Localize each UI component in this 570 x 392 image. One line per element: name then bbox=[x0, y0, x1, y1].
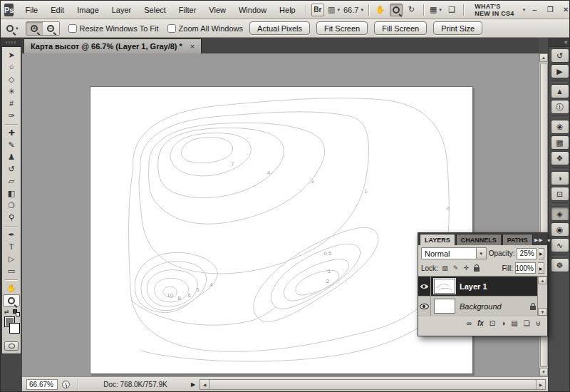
marquee-tool-button[interactable]: ○ bbox=[3, 61, 20, 73]
visibility-cell[interactable] bbox=[418, 296, 431, 316]
path-selection-tool-button[interactable]: ▷ bbox=[3, 253, 20, 265]
quick-mask-button[interactable] bbox=[4, 341, 19, 351]
hand-tool-button[interactable]: ✋ bbox=[374, 4, 387, 16]
layer-thumbnail[interactable] bbox=[434, 299, 455, 314]
layer-row-layer-1[interactable]: Layer 1 bbox=[418, 277, 547, 296]
toolbox-header[interactable] bbox=[1, 38, 22, 47]
scroll-up-icon[interactable]: ▲ bbox=[538, 277, 547, 284]
zoom-in-button[interactable]: + bbox=[26, 22, 43, 35]
restore-button[interactable]: ❐ bbox=[545, 6, 555, 14]
menu-window[interactable]: Window bbox=[232, 1, 273, 19]
blur-tool-button[interactable]: ❍ bbox=[3, 200, 20, 212]
menu-layer[interactable]: Layer bbox=[105, 1, 138, 19]
dock-histogram-panel-button[interactable]: ▲ bbox=[551, 84, 569, 98]
layer-style-icon[interactable]: fx bbox=[477, 320, 484, 327]
tab-paths[interactable]: PATHS bbox=[502, 234, 533, 245]
clone-stamp-tool-button[interactable]: ♟ bbox=[3, 151, 20, 163]
tab-overflow-icon[interactable]: ▶▶ bbox=[534, 237, 546, 245]
arrange-documents-button[interactable]: ▦▾ bbox=[429, 4, 443, 16]
fit-screen-button[interactable]: Fit Screen bbox=[316, 21, 368, 35]
menu-image[interactable]: Image bbox=[71, 1, 105, 19]
dock-history-panel-button[interactable]: ↺ bbox=[551, 48, 569, 63]
new-group-icon[interactable]: ▤ bbox=[511, 320, 517, 327]
lock-all-button[interactable] bbox=[472, 264, 482, 273]
document-tab[interactable]: Карта высот @ 66.7% (Layer 1, Gray/8) * … bbox=[24, 38, 202, 53]
dock-actions-panel-button[interactable]: ▶ bbox=[551, 64, 569, 78]
crop-tool-button[interactable]: # bbox=[3, 98, 20, 110]
document-canvas[interactable]: 74210-0.5-1-2456810 bbox=[90, 86, 473, 374]
screen-mode-button[interactable]: ❑ bbox=[445, 4, 458, 16]
minimize-button[interactable]: – bbox=[529, 6, 539, 14]
layer-name[interactable]: Layer 1 bbox=[460, 282, 487, 291]
dock-styles-panel-button[interactable]: ❖ bbox=[551, 151, 569, 165]
delete-layer-icon[interactable]: ⊎ bbox=[536, 320, 541, 327]
new-layer-icon[interactable]: ❏ bbox=[524, 320, 530, 327]
eraser-tool-button[interactable]: ▱ bbox=[3, 175, 20, 187]
layers-scrollbar[interactable]: ▲ ▼ bbox=[537, 277, 547, 316]
fill-slider-icon[interactable]: ▶ bbox=[538, 262, 544, 274]
lock-pixels-button[interactable]: ✎ bbox=[451, 264, 460, 273]
dock-color-panel-button[interactable]: ❀ bbox=[551, 120, 569, 134]
hand-tool-button[interactable]: ✋ bbox=[3, 282, 20, 294]
tab-layers[interactable]: LAYERS bbox=[420, 234, 455, 245]
dock-channels-panel-button[interactable]: ◉ bbox=[551, 222, 569, 237]
add-layer-mask-icon[interactable]: ⊡ bbox=[489, 320, 495, 327]
dock-collapse-button[interactable]: « bbox=[549, 38, 570, 47]
status-zoom-field[interactable]: 66.67% bbox=[26, 379, 58, 390]
visibility-cell[interactable] bbox=[418, 277, 431, 296]
scroll-right-icon[interactable]: ▶ bbox=[536, 380, 545, 389]
magic-wand-tool-button[interactable]: ✳ bbox=[3, 86, 20, 98]
panel-menu-icon[interactable]: ▼≡ bbox=[546, 238, 558, 245]
lasso-tool-button[interactable]: ◇ bbox=[3, 73, 20, 86]
layer-name[interactable]: Background bbox=[460, 302, 502, 311]
tab-close-icon[interactable]: × bbox=[190, 42, 195, 51]
chevron-down-icon[interactable]: ▼ bbox=[476, 248, 486, 259]
resize-windows-checkbox[interactable] bbox=[68, 24, 77, 33]
scroll-left-icon[interactable]: ◀ bbox=[200, 380, 209, 389]
menu-edit[interactable]: Edit bbox=[44, 1, 71, 19]
actual-pixels-button[interactable]: Actual Pixels bbox=[249, 21, 310, 35]
lock-position-button[interactable]: ✛ bbox=[462, 264, 471, 273]
layer-row-background[interactable]: Background bbox=[418, 296, 547, 316]
brush-tool-button[interactable]: ✎ bbox=[3, 139, 20, 151]
layer-thumbnail[interactable] bbox=[434, 279, 455, 294]
launch-bridge-button[interactable]: Br bbox=[311, 4, 324, 16]
menu-help[interactable]: Help bbox=[273, 1, 302, 19]
gradient-tool-button[interactable]: ◧ bbox=[3, 187, 20, 200]
menu-filter[interactable]: Filter bbox=[172, 1, 202, 19]
scroll-down-icon[interactable]: ▼ bbox=[538, 308, 547, 316]
zoom-level-field[interactable]: 66.7▾ bbox=[343, 4, 363, 16]
scroll-down-icon[interactable]: ▼ bbox=[539, 368, 548, 376]
history-brush-tool-button[interactable]: ↺ bbox=[3, 163, 20, 175]
close-button[interactable]: ✕ bbox=[561, 6, 570, 14]
fill-value-field[interactable]: 100% bbox=[515, 262, 536, 274]
zoom-tool-button[interactable] bbox=[390, 4, 403, 16]
view-extras-button[interactable]: ▥▾ bbox=[327, 4, 341, 16]
fill-screen-button[interactable]: Fill Screen bbox=[374, 21, 427, 35]
pen-tool-button[interactable]: ✒ bbox=[3, 229, 20, 241]
status-flyout-icon[interactable]: ▶ bbox=[189, 381, 197, 388]
tool-preset-picker[interactable]: ▾ bbox=[6, 25, 19, 32]
zoom-tool-button[interactable] bbox=[3, 294, 20, 306]
tab-channels[interactable]: CHANNELS bbox=[456, 234, 502, 245]
scroll-up-icon[interactable]: ▲ bbox=[539, 53, 548, 62]
whats-new-menu[interactable]: WHAT'S NEW IN CS4▾ bbox=[469, 4, 528, 16]
horizontal-scroll-thumb[interactable] bbox=[209, 380, 536, 389]
healing-brush-tool-button[interactable]: ✚ bbox=[3, 127, 20, 139]
menu-file[interactable]: File bbox=[19, 1, 44, 19]
zoom-all-windows-checkbox[interactable] bbox=[167, 24, 176, 33]
opacity-value-field[interactable]: 25% bbox=[517, 248, 536, 259]
lock-transparency-button[interactable]: ▧ bbox=[440, 264, 450, 273]
horizontal-scrollbar[interactable]: ◀ ▶ bbox=[200, 379, 546, 390]
swap-colors-icon[interactable]: ⇄ bbox=[4, 309, 9, 315]
move-tool-button[interactable]: ➤ bbox=[3, 49, 20, 61]
eyedropper-tool-button[interactable]: ✑ bbox=[3, 110, 20, 122]
menu-select[interactable]: Select bbox=[138, 1, 172, 19]
print-size-button[interactable]: Print Size bbox=[433, 21, 482, 35]
dodge-tool-button[interactable]: ⚲ bbox=[3, 212, 20, 224]
rotate-view-button[interactable]: ↻ bbox=[405, 4, 418, 16]
blend-mode-select[interactable]: Normal ▼ bbox=[421, 247, 487, 259]
dock-navigator-panel-button[interactable]: ☸ bbox=[551, 258, 569, 272]
opacity-slider-icon[interactable]: ▶ bbox=[539, 248, 544, 259]
dock-info-panel-button[interactable]: ⓘ bbox=[551, 100, 569, 114]
